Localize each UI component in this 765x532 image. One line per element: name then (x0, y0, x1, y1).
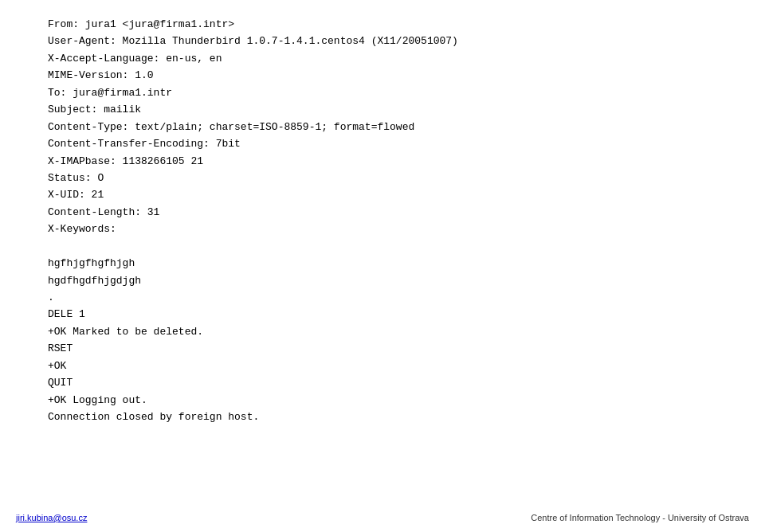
footer: jiri.kubina@osu.cz Centre of Information… (0, 513, 765, 522)
footer-email-link[interactable]: jiri.kubina@osu.cz (16, 513, 87, 522)
main-content: From: jura1 <jura@firma1.intr> User-Agen… (0, 0, 765, 474)
email-body: From: jura1 <jura@firma1.intr> User-Agen… (48, 16, 717, 426)
footer-institution: Centre of Information Technology - Unive… (531, 513, 749, 522)
